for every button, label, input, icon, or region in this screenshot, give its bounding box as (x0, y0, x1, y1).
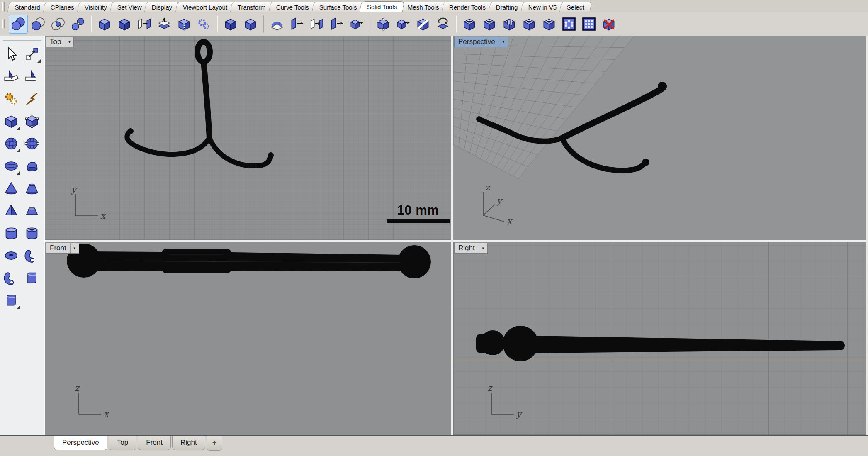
cap-planar-holes-button[interactable] (135, 15, 154, 34)
axis-label-z: z (487, 385, 493, 393)
viewport-right[interactable]: Right ▼ z y (453, 242, 868, 435)
ribbon-tab-set-view[interactable]: Set View (109, 2, 149, 12)
toolbar-separator (263, 15, 264, 33)
viewport-top-title-bar[interactable]: Top ▼ (46, 37, 74, 47)
new-viewport-tab[interactable]: + (207, 436, 223, 451)
convert-extrusion-button[interactable] (241, 15, 260, 34)
extrusion-button[interactable] (2, 291, 20, 310)
viewport-perspective-title-bar[interactable]: Perspective ▼ (454, 37, 508, 47)
move-face-to-boundary-icon (349, 16, 365, 32)
fillet-edge-button[interactable] (267, 15, 287, 34)
sidebar-grip-handle[interactable] (3, 39, 41, 41)
boolean-two-objects-button[interactable] (68, 15, 88, 34)
revolve-hole-button[interactable] (540, 15, 559, 34)
viewport-perspective[interactable]: Perspective ▼ z y x (453, 36, 868, 240)
wire-cut-button[interactable] (413, 15, 433, 34)
extrude-curve-tapered-button[interactable] (115, 15, 134, 34)
pipe-round-caps-icon (3, 270, 19, 286)
sphere-points-button[interactable] (23, 134, 41, 153)
fillet-edge-icon (269, 16, 285, 32)
viewport-tab-top[interactable]: Top (109, 436, 136, 450)
pipe-flat-caps-button[interactable] (23, 246, 41, 265)
torus-button[interactable] (2, 246, 20, 265)
boolean-intersection-button[interactable] (49, 15, 68, 34)
box-button[interactable] (2, 112, 20, 130)
paraboloid-icon (24, 158, 40, 174)
delete-hole-button[interactable] (599, 15, 618, 34)
viewport-right-title-bar[interactable]: Right ▼ (454, 243, 488, 254)
extract-surface-button[interactable] (155, 15, 174, 34)
solid-points-on-button[interactable] (374, 15, 393, 34)
ribbon-tab-solid-tools[interactable]: Solid Tools (360, 1, 405, 12)
pocket-hole-button[interactable] (520, 15, 539, 34)
array-hole-rectangular-button[interactable] (579, 15, 598, 34)
viewport-front-title-bar[interactable]: Front ▼ (46, 243, 79, 254)
viewport-tab-front[interactable]: Front (138, 436, 171, 450)
toolbar-grip-handle[interactable] (2, 19, 5, 28)
viewport-title: Right (455, 243, 479, 253)
flyout-indicator (17, 127, 20, 130)
move-face-to-boundary-button[interactable] (347, 15, 366, 34)
ribbon-tab-surface-tools[interactable]: Surface Tools (311, 2, 364, 12)
ribbon-tab-cplanes[interactable]: CPlanes (43, 2, 82, 12)
ribbon-tab-label: New in V5 (528, 4, 557, 11)
ribbon-tab-render-tools[interactable]: Render Tools (442, 2, 494, 12)
sphere-button[interactable] (2, 134, 20, 153)
ribbon-tab-select[interactable]: Select (559, 2, 592, 12)
merge-coplanar-faces-icon (223, 16, 238, 32)
cone-button[interactable] (2, 179, 20, 198)
flyout-indicator (37, 59, 41, 63)
ribbon-tab-standard[interactable]: Standard (7, 2, 48, 12)
boolean-difference-button[interactable] (29, 15, 48, 34)
ribbon-tab-mesh-tools[interactable]: Mesh Tools (400, 2, 446, 12)
ribbon-tab-viewport-layout[interactable]: Viewport Layout (175, 2, 235, 12)
ribbon-tab-curve-tools[interactable]: Curve Tools (269, 2, 316, 12)
merge-coplanar-faces-button[interactable] (221, 15, 240, 34)
viewport-tab-perspective[interactable]: Perspective (54, 436, 107, 450)
select-button[interactable] (2, 45, 20, 63)
viewport-top[interactable]: Top ▼ y x 10 mm (45, 36, 451, 240)
move-face-button[interactable] (287, 15, 306, 34)
extrude-curve-button[interactable] (23, 269, 41, 287)
viewport-tab-right[interactable]: Right (172, 436, 205, 450)
slot-button[interactable] (500, 15, 519, 34)
boolean-interference-button[interactable] (195, 15, 214, 34)
scale-2d-button[interactable] (23, 45, 41, 63)
offset-face-button[interactable] (307, 15, 326, 34)
boolean-difference-icon (30, 16, 46, 32)
array-hole-polar-button[interactable] (559, 15, 579, 34)
extract-wireframe-button[interactable] (23, 90, 41, 108)
solid-points-on-icon (375, 16, 391, 32)
ellipsoid-button[interactable] (2, 157, 20, 175)
pyramid-button[interactable] (2, 202, 20, 220)
explode-button[interactable] (2, 90, 20, 108)
ribbon-tab-visibility[interactable]: Visibility (77, 2, 114, 12)
box-points-button[interactable] (23, 112, 41, 130)
paraboloid-button[interactable] (23, 157, 41, 175)
create-solid-button[interactable] (175, 15, 194, 34)
viewport-menu-button[interactable]: ▼ (70, 243, 79, 253)
set-cplane-world-button[interactable] (23, 67, 41, 85)
toolbar-grip-handle[interactable] (2, 2, 5, 11)
truncated-cone-button[interactable] (23, 179, 41, 198)
viewport-menu-button[interactable]: ▼ (499, 37, 508, 47)
viewport-front[interactable]: Front ▼ z x (45, 242, 451, 435)
extrude-face-button[interactable] (327, 15, 346, 34)
move-edge-button[interactable] (394, 15, 413, 34)
ribbon-tab-drafting[interactable]: Drafting (489, 2, 525, 12)
tube-button[interactable] (23, 224, 41, 242)
viewport-menu-button[interactable]: ▼ (65, 37, 73, 47)
set-cplane-button[interactable] (2, 67, 20, 85)
ribbon-tab-new-in-v5[interactable]: New in V5 (521, 2, 564, 12)
round-hole-button[interactable] (460, 15, 479, 34)
ribbon-tab-display[interactable]: Display (144, 2, 180, 12)
extrude-closed-curve-button[interactable] (95, 15, 114, 34)
cylinder-button[interactable] (2, 224, 20, 242)
place-hole-button[interactable] (480, 15, 499, 34)
turn-solid-button[interactable] (433, 15, 452, 34)
truncated-pyramid-button[interactable] (23, 202, 41, 220)
ribbon-tab-transform[interactable]: Transform (230, 2, 273, 12)
boolean-union-button[interactable] (9, 15, 28, 34)
viewport-menu-button[interactable]: ▼ (479, 243, 487, 253)
pipe-round-caps-button[interactable] (2, 269, 20, 287)
